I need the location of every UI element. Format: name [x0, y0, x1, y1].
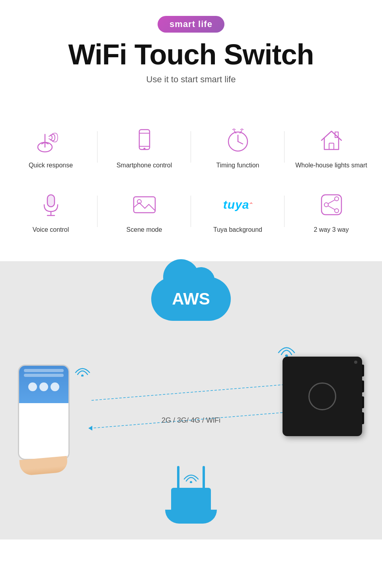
switch-device [283, 357, 370, 444]
svg-point-19 [324, 203, 328, 207]
2way3way-label: 2 way 3 way [314, 226, 349, 233]
smartphone-icon [129, 124, 160, 156]
quick-response-label: Quick response [29, 162, 73, 169]
aws-cloud: AWS [151, 277, 231, 321]
cloud-container: AWS [151, 277, 231, 321]
svg-rect-10 [329, 143, 334, 149]
svg-line-23 [328, 206, 335, 210]
house-icon [316, 124, 347, 156]
smartphone-label: Smartphone control [117, 162, 172, 169]
share-icon [316, 189, 347, 221]
feature-tuya: tuyaˆ Tuya background [191, 185, 285, 237]
scene-label: Scene mode [127, 226, 162, 233]
svg-point-20 [335, 197, 339, 201]
main-title: WiFi Touch Switch [8, 39, 374, 70]
top-section: smart life WiFi Touch Switch Use it to s… [0, 0, 382, 113]
feature-scene: Scene mode [97, 185, 191, 237]
clock-icon [222, 124, 254, 156]
feature-2way3way: 2 way 3 way [285, 185, 378, 237]
feature-timing: Timing function [191, 120, 285, 173]
router-wifi-signal [182, 469, 200, 485]
mic-icon [35, 189, 67, 221]
brand-badge: smart life [158, 16, 224, 33]
subtitle: Use it to start smart life [8, 74, 374, 85]
switch-body [283, 357, 362, 436]
svg-point-21 [335, 209, 339, 213]
svg-marker-28 [88, 426, 92, 431]
feature-voice: Voice control [4, 185, 97, 237]
bottom-section: AWS [0, 261, 382, 539]
aws-label: AWS [172, 289, 210, 309]
wifi-signal-right [277, 341, 296, 358]
network-area: 2G / 3G/ 4G / WiFi [0, 333, 382, 532]
timing-label: Timing function [216, 162, 259, 169]
features-row-1: Quick response Smartphone control [4, 120, 378, 173]
image-icon [129, 189, 160, 221]
svg-line-7 [238, 142, 243, 144]
features-row-2: Voice control Scene mode tuyaˆ Tuya back… [4, 185, 378, 237]
feature-quick-response: Quick response [4, 120, 97, 173]
svg-rect-13 [47, 195, 55, 207]
house-label: Whole-house lights smart [295, 162, 367, 169]
feature-smartphone: Smartphone control [97, 120, 191, 173]
touch-icon [35, 124, 67, 156]
voice-label: Voice control [33, 226, 69, 233]
svg-point-30 [190, 481, 192, 483]
tuya-icon: tuyaˆ [222, 189, 254, 221]
svg-point-4 [143, 148, 145, 150]
tuya-label: Tuya background [213, 226, 262, 233]
svg-line-22 [328, 200, 335, 204]
connection-label: 2G / 3G/ 4G / WiFi [162, 416, 220, 425]
router-device [165, 469, 217, 524]
svg-line-25 [92, 384, 286, 400]
feature-house: Whole-house lights smart [285, 120, 378, 173]
router-base [165, 510, 217, 524]
router-body [171, 488, 211, 510]
switch-button [308, 382, 336, 410]
features-section: Quick response Smartphone control [0, 113, 382, 261]
